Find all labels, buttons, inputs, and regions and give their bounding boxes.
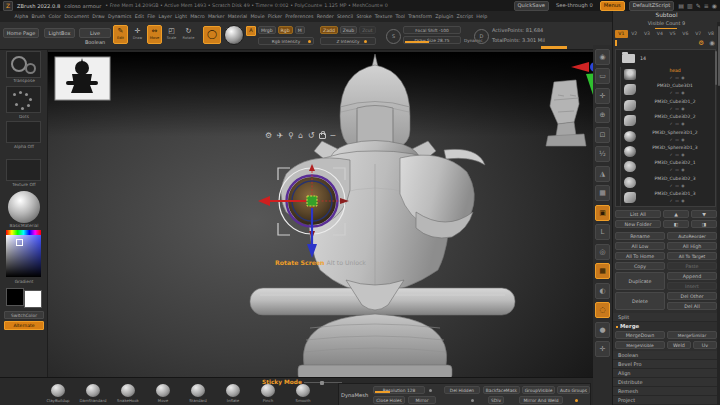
switch-color-button[interactable]: SwitchColor: [4, 311, 44, 319]
subtool-item[interactable]: PM3D_Cube3D2_3 ✓▭◉: [620, 175, 715, 190]
menu-item[interactable]: Material: [226, 14, 249, 19]
duplicate-button[interactable]: Duplicate: [615, 272, 665, 290]
gizmo-home-icon[interactable]: ⌂: [298, 131, 303, 140]
brush-slot[interactable]: DamStandard: [79, 384, 107, 403]
append-button[interactable]: Append: [667, 272, 717, 280]
secondary-color-swatch[interactable]: [24, 290, 42, 308]
copy-button[interactable]: Copy: [615, 262, 665, 270]
home-page-button[interactable]: Home Page: [3, 28, 39, 38]
sculpt-canvas[interactable]: ⚙ ✈ ⚲ ⌂ ↺ ─ Rotate Screen Alt to Unlock: [48, 52, 593, 377]
list-all-button[interactable]: List All: [615, 210, 661, 218]
subtool-view-tab[interactable]: V2: [628, 30, 641, 38]
resolution-dot[interactable]: [429, 389, 432, 392]
right-shelf-icon[interactable]: L: [595, 224, 610, 240]
backfacemask-button[interactable]: BackfaceMask: [483, 386, 520, 394]
menu-item[interactable]: Macro: [189, 14, 207, 19]
subtool-item[interactable]: PM3D_Cube3D1 ✓▭◉: [620, 82, 715, 97]
resolution-slider[interactable]: Resolution 128: [373, 386, 425, 394]
quicksave-button[interactable]: QuickSave: [514, 1, 549, 11]
subtool-item[interactable]: PM3D_Cube3D1_2 ✓▭◉: [620, 98, 715, 113]
subtool-section-row[interactable]: Align: [613, 369, 719, 378]
menu-item[interactable]: Texture: [373, 14, 394, 19]
subtool-section-row[interactable]: Bevel Pro: [613, 360, 719, 369]
brush-slot[interactable]: ClayBuildup: [44, 384, 72, 403]
weld-button[interactable]: Weld: [667, 341, 691, 349]
menu-item[interactable]: Tool: [394, 14, 407, 19]
subtool-gear-icon[interactable]: ⚙: [698, 39, 704, 47]
subtool-item[interactable]: PM3D_Cube3D2_1 ✓▭◉: [620, 159, 715, 174]
z-intensity-slider[interactable]: Z Intensity: [320, 37, 376, 45]
sculpt-mode-button[interactable]: Zadd: [320, 26, 338, 34]
move-up-button[interactable]: ▲: [663, 210, 689, 218]
right-shelf-icon[interactable]: ▦: [595, 185, 610, 201]
menu-item[interactable]: Marker: [206, 14, 226, 19]
all-high-button[interactable]: All High: [667, 242, 717, 250]
texture-thumbnail[interactable]: [6, 159, 41, 181]
current-material-sphere[interactable]: [224, 25, 244, 45]
del-other-button[interactable]: Del Other: [667, 292, 717, 300]
menu-item[interactable]: Picker: [266, 14, 283, 19]
tool-button[interactable]: ✛Draw: [130, 25, 145, 44]
merge-visible-button[interactable]: MergeVisible: [615, 341, 665, 349]
all-low-button[interactable]: All Low: [615, 242, 665, 250]
move-down-button[interactable]: ▼: [691, 210, 717, 218]
menu-item[interactable]: Transform: [407, 14, 434, 19]
folder-up-button[interactable]: ◧: [663, 220, 689, 228]
rename-button[interactable]: Rename: [615, 232, 665, 240]
menu-item[interactable]: Alpha: [13, 14, 30, 19]
right-shelf-icon[interactable]: ▦: [595, 263, 610, 279]
insert-button[interactable]: Insert: [667, 282, 717, 290]
right-shelf-icon[interactable]: ◉: [595, 49, 610, 65]
live-boolean-button[interactable]: Live Boolean: [79, 28, 111, 38]
autoreorder-button[interactable]: AutoReorder: [667, 232, 717, 240]
paint-mode-button[interactable]: M: [295, 26, 305, 34]
main-color-swatch[interactable]: [6, 288, 24, 306]
see-through-slider[interactable]: See-through 0: [553, 2, 596, 10]
brush-slot[interactable]: Smooth: [289, 384, 317, 403]
tool-button[interactable]: ✎Edit: [113, 25, 128, 44]
right-shelf-icon[interactable]: ✛: [595, 341, 610, 357]
subtool-section-row[interactable]: Boolean: [613, 351, 719, 360]
visible-count-slider[interactable]: [655, 28, 677, 30]
subtool-view-tab[interactable]: V3: [641, 30, 654, 38]
menu-item[interactable]: Draw: [91, 14, 107, 19]
anchor-badge[interactable]: A: [246, 26, 256, 36]
uv-button[interactable]: Uv: [693, 341, 717, 349]
merge-down-button[interactable]: MergeDown: [615, 331, 665, 339]
paint-mode-button[interactable]: Rgb: [278, 26, 293, 34]
all-to-target-button[interactable]: All To Target: [667, 252, 717, 260]
color-picker-square[interactable]: [6, 235, 41, 277]
subtool-view-tab[interactable]: V7: [692, 30, 705, 38]
stroke-type-thumbnail[interactable]: [6, 86, 41, 113]
subtool-section-row[interactable]: Distribute: [613, 378, 719, 387]
titlebar-icon[interactable]: ✎: [696, 2, 701, 10]
subtool-view-tab[interactable]: V4: [653, 30, 666, 38]
sculpt-mode-button[interactable]: Zsub: [340, 26, 357, 34]
right-shelf-icon[interactable]: ●: [595, 322, 610, 338]
gizmo-lock-icon[interactable]: [319, 133, 326, 139]
subtool-section-row[interactable]: Project: [613, 396, 719, 405]
brush-slot[interactable]: SnakeHook: [114, 384, 142, 403]
menu-item[interactable]: Movie: [249, 14, 266, 19]
subtool-item[interactable]: head ✓▭◉: [620, 67, 715, 82]
transpose-brush-thumbnail[interactable]: [6, 51, 41, 78]
titlebar-icon[interactable]: ◉: [712, 2, 717, 10]
tool-button[interactable]: ↻Rotate: [181, 25, 196, 44]
all-to-home-button[interactable]: All To Home: [615, 252, 665, 260]
menu-item[interactable]: Stroke: [355, 14, 373, 19]
menu-item[interactable]: File: [146, 14, 157, 19]
menu-item[interactable]: Render: [315, 14, 335, 19]
menu-item[interactable]: Stencil: [335, 14, 354, 19]
titlebar-icon[interactable]: ≡: [704, 2, 709, 10]
merge-section-header[interactable]: Merge: [613, 322, 719, 331]
alpha-thumbnail[interactable]: [6, 121, 41, 143]
gizmo-collapse-icon[interactable]: ─: [331, 131, 336, 140]
material-thumbnail[interactable]: [8, 191, 40, 223]
paint-mode-button[interactable]: Mrgb: [258, 26, 276, 34]
subtool-view-tab[interactable]: V1: [615, 30, 628, 38]
gizmo-locator-icon[interactable]: ⚲: [288, 131, 294, 140]
gizmo-reset-icon[interactable]: ↺: [308, 131, 315, 140]
rgb-intensity-slider[interactable]: Rgb Intensity: [258, 37, 314, 45]
menu-item[interactable]: Light: [173, 14, 188, 19]
subtool-item[interactable]: PM3D_Cube3D2_2 ✓▭◉: [620, 113, 715, 128]
